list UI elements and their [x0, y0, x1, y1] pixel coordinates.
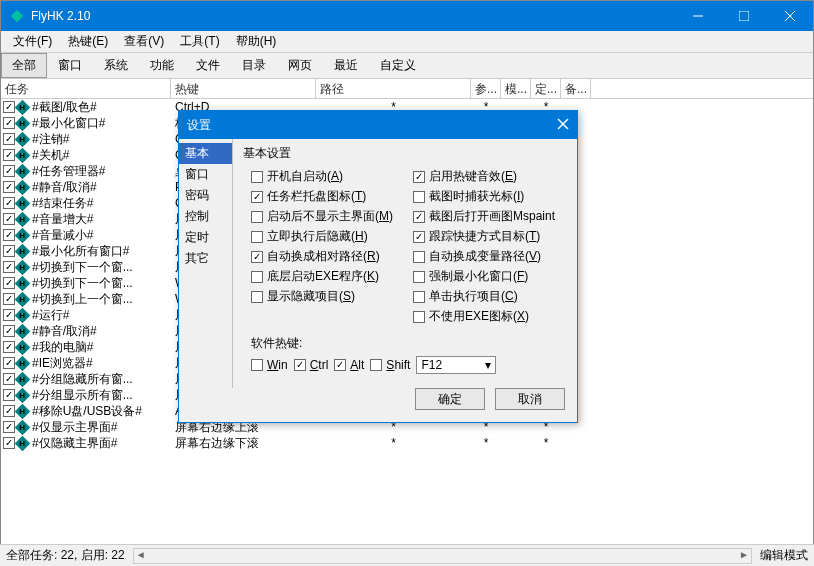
- col-note[interactable]: 备...: [561, 79, 591, 98]
- row-checkbox[interactable]: [3, 277, 15, 289]
- option[interactable]: 启动后不显示主界面(M): [251, 208, 405, 225]
- checkbox[interactable]: [413, 251, 425, 263]
- checkbox[interactable]: [251, 291, 263, 303]
- maximize-button[interactable]: [721, 1, 767, 31]
- option[interactable]: 底层启动EXE程序(K): [251, 268, 405, 285]
- option[interactable]: 不使用EXE图标(X): [413, 308, 567, 325]
- col-hotkey[interactable]: 热键: [171, 79, 316, 98]
- checkbox[interactable]: [413, 211, 425, 223]
- task-name: #切换到上一个窗...: [32, 291, 133, 308]
- row-checkbox[interactable]: [3, 325, 15, 337]
- row-checkbox[interactable]: [3, 309, 15, 321]
- modkey-option[interactable]: Shift: [370, 358, 410, 372]
- modkey-option[interactable]: Win: [251, 358, 288, 372]
- row-checkbox[interactable]: [3, 261, 15, 273]
- tab-自定义[interactable]: 自定义: [369, 53, 427, 78]
- row-checkbox[interactable]: [3, 197, 15, 209]
- row-checkbox[interactable]: [3, 101, 15, 113]
- table-row[interactable]: #仅隐藏主界面#屏幕右边缘下滚***: [1, 435, 813, 451]
- tab-网页[interactable]: 网页: [277, 53, 323, 78]
- option[interactable]: 任务栏托盘图标(T): [251, 188, 405, 205]
- sidebar-item[interactable]: 窗口: [179, 164, 232, 185]
- row-checkbox[interactable]: [3, 373, 15, 385]
- sidebar-item[interactable]: 控制: [179, 206, 232, 227]
- col-path[interactable]: 路径: [316, 79, 471, 98]
- checkbox[interactable]: [251, 211, 263, 223]
- checkbox[interactable]: [251, 231, 263, 243]
- h-scrollbar[interactable]: [133, 548, 752, 564]
- option[interactable]: 开机自启动(A): [251, 168, 405, 185]
- option[interactable]: 自动换成变量路径(V): [413, 248, 567, 265]
- sidebar-item[interactable]: 定时: [179, 227, 232, 248]
- checkbox[interactable]: [370, 359, 382, 371]
- checkbox[interactable]: [251, 191, 263, 203]
- dialog-close-button[interactable]: [557, 118, 569, 133]
- sidebar-item[interactable]: 基本: [179, 143, 232, 164]
- checkbox[interactable]: [334, 359, 346, 371]
- checkbox[interactable]: [413, 311, 425, 323]
- row-checkbox[interactable]: [3, 357, 15, 369]
- option[interactable]: 截图时捕获光标(I): [413, 188, 567, 205]
- checkbox[interactable]: [413, 171, 425, 183]
- row-checkbox[interactable]: [3, 133, 15, 145]
- row-checkbox[interactable]: [3, 165, 15, 177]
- menu-item[interactable]: 帮助(H): [228, 31, 285, 52]
- checkbox[interactable]: [251, 171, 263, 183]
- hotkey-icon: [15, 227, 31, 243]
- row-checkbox[interactable]: [3, 149, 15, 161]
- menu-item[interactable]: 热键(E): [60, 31, 116, 52]
- row-checkbox[interactable]: [3, 437, 15, 449]
- row-checkbox[interactable]: [3, 181, 15, 193]
- col-param[interactable]: 参...: [471, 79, 501, 98]
- row-checkbox[interactable]: [3, 229, 15, 241]
- modkey-option[interactable]: Ctrl: [294, 358, 329, 372]
- checkbox[interactable]: [413, 271, 425, 283]
- option[interactable]: 启用热键音效(E): [413, 168, 567, 185]
- row-checkbox[interactable]: [3, 341, 15, 353]
- key-select[interactable]: F12▾: [416, 356, 496, 374]
- option[interactable]: 强制最小化窗口(F): [413, 268, 567, 285]
- menu-item[interactable]: 工具(T): [172, 31, 227, 52]
- checkbox[interactable]: [413, 231, 425, 243]
- option-label: 立即执行后隐藏(H): [267, 228, 368, 245]
- sidebar-item[interactable]: 其它: [179, 248, 232, 269]
- option[interactable]: 立即执行后隐藏(H): [251, 228, 405, 245]
- row-checkbox[interactable]: [3, 117, 15, 129]
- option-label: 开机自启动(A): [267, 168, 343, 185]
- cancel-button[interactable]: 取消: [495, 388, 565, 410]
- row-checkbox[interactable]: [3, 293, 15, 305]
- checkbox[interactable]: [251, 251, 263, 263]
- tab-全部[interactable]: 全部: [1, 53, 47, 78]
- tab-功能[interactable]: 功能: [139, 53, 185, 78]
- tab-最近[interactable]: 最近: [323, 53, 369, 78]
- checkbox[interactable]: [413, 291, 425, 303]
- close-button[interactable]: [767, 1, 813, 31]
- row-checkbox[interactable]: [3, 421, 15, 433]
- col-mode[interactable]: 模...: [501, 79, 531, 98]
- tab-目录[interactable]: 目录: [231, 53, 277, 78]
- tab-窗口[interactable]: 窗口: [47, 53, 93, 78]
- menu-item[interactable]: 文件(F): [5, 31, 60, 52]
- menu-item[interactable]: 查看(V): [116, 31, 172, 52]
- row-checkbox[interactable]: [3, 213, 15, 225]
- col-timer[interactable]: 定...: [531, 79, 561, 98]
- option[interactable]: 自动换成相对路径(R): [251, 248, 405, 265]
- modkey-option[interactable]: Alt: [334, 358, 364, 372]
- row-checkbox[interactable]: [3, 245, 15, 257]
- sidebar-item[interactable]: 密码: [179, 185, 232, 206]
- checkbox[interactable]: [413, 191, 425, 203]
- tab-系统[interactable]: 系统: [93, 53, 139, 78]
- checkbox[interactable]: [251, 271, 263, 283]
- minimize-button[interactable]: [675, 1, 721, 31]
- col-task[interactable]: 任务: [1, 79, 171, 98]
- checkbox[interactable]: [294, 359, 306, 371]
- option[interactable]: 跟踪快捷方式目标(T): [413, 228, 567, 245]
- tab-文件[interactable]: 文件: [185, 53, 231, 78]
- ok-button[interactable]: 确定: [415, 388, 485, 410]
- row-checkbox[interactable]: [3, 389, 15, 401]
- option[interactable]: 截图后打开画图Mspaint: [413, 208, 567, 225]
- checkbox[interactable]: [251, 359, 263, 371]
- option[interactable]: 显示隐藏项目(S): [251, 288, 405, 305]
- option[interactable]: 单击执行项目(C): [413, 288, 567, 305]
- row-checkbox[interactable]: [3, 405, 15, 417]
